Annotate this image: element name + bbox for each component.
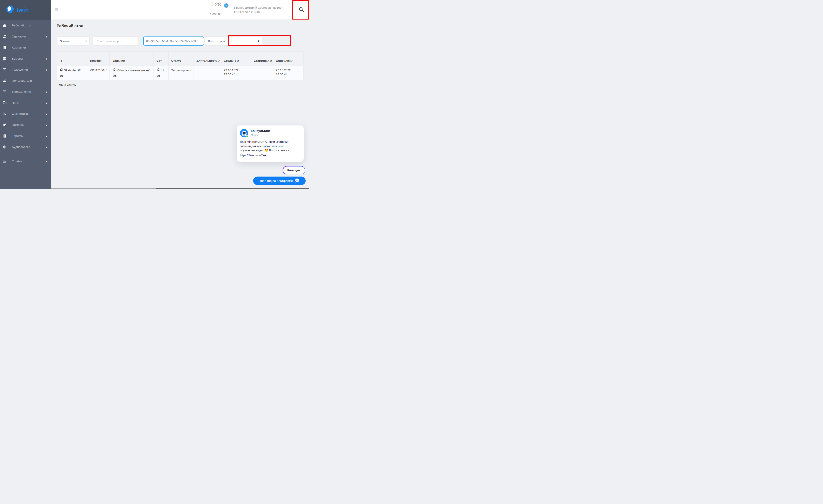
column-created[interactable]: Создано↓↑: [221, 51, 251, 65]
sidebar-item-users[interactable]: Пользователи: [0, 75, 51, 86]
view-details-button[interactable]: [113, 74, 151, 78]
content-divider: [51, 34, 309, 34]
dashboard-icon: [2, 24, 7, 27]
chevron-right-icon: ›: [45, 159, 47, 163]
sort-icon: ↓↑: [236, 59, 239, 62]
entity-type-select[interactable]: Звонки ▲▼: [57, 36, 90, 45]
sidebar-item-label: Сценарии: [12, 35, 45, 38]
guide-button-label: Твой гид по платформе: [260, 179, 293, 183]
sidebar: twin Рабочий стол Сценарии › Компании: [0, 0, 51, 189]
sidebar-item-companies[interactable]: Компании: [0, 42, 51, 53]
cell-status: Запланирован: [168, 65, 194, 80]
sidebar-item-help[interactable]: Помощь ›: [0, 119, 51, 130]
copy-icon[interactable]: [156, 68, 160, 72]
sidebar-divider: [2, 154, 48, 154]
sidebar-item-audioparser[interactable]: Аудиопарсер ›: [0, 141, 51, 153]
cell-updated: 23.10.2022 18:05:44: [273, 65, 304, 80]
phone-square-icon: [2, 68, 7, 71]
calculator-icon: [2, 134, 7, 138]
consultant-chat-widget: twin Консультант Online × Наш обаятельны…: [236, 126, 304, 162]
horizontal-scrollbar-thumb[interactable]: [156, 188, 309, 189]
close-icon: ×: [298, 128, 300, 133]
column-bot: Бот: [154, 51, 168, 65]
user-name: Иванов Дмитрий Сергеевич (t3159): [234, 6, 293, 10]
eye-icon: [113, 74, 116, 77]
search-query-input[interactable]: [93, 37, 138, 45]
envelope-icon: [2, 90, 7, 93]
sidebar-item-label: Тарифы: [12, 134, 45, 138]
uuid-filter-wrap: [143, 36, 205, 46]
calls-table: Id Телефон Задание Бот Статус Длительнос…: [57, 51, 304, 80]
report-chart-icon: [2, 160, 7, 163]
status-value: Все статусы: [208, 39, 225, 43]
brand-logo[interactable]: twin: [0, 0, 51, 20]
search-icon: [299, 7, 304, 12]
twin-head-icon: [6, 5, 14, 15]
cell-task: Обзвон клиентов (июнь): [110, 65, 154, 80]
chat-close-button[interactable]: ×: [298, 129, 300, 132]
chevron-right-icon: ›: [45, 57, 47, 60]
waveform-icon: [2, 145, 7, 149]
view-details-button[interactable]: [59, 74, 84, 78]
user-company: ООО "Твин" (1830): [234, 10, 293, 14]
copy-icon[interactable]: [113, 68, 116, 72]
horizontal-scrollbar[interactable]: [51, 188, 309, 189]
chevron-right-icon: ›: [45, 101, 47, 105]
hamburger-menu-button[interactable]: [55, 8, 58, 11]
chat-message: Наш обаятельный Андрей Цветошин записал …: [236, 137, 304, 157]
cell-bot: 11: [154, 65, 168, 80]
heart-eyes-emoji-icon: [265, 149, 268, 153]
user-info[interactable]: Иванов Дмитрий Сергеевич (t3159) ООО "Тв…: [234, 6, 293, 14]
table-header: Id Телефон Задание Бот Статус Длительнос…: [57, 51, 304, 65]
uuid-filter-input[interactable]: [143, 36, 204, 45]
brand-wordmark: twin: [16, 6, 29, 13]
building-icon: [2, 46, 7, 49]
sidebar-item-telephony[interactable]: Телефония ›: [0, 64, 51, 75]
bar-chart-icon: [2, 112, 7, 116]
balance-amount: 0.28: [207, 2, 224, 8]
status-select[interactable]: Все статусы ▲▼: [205, 36, 262, 45]
main-content: Рабочий стол Звонки ▲▼ Все статусы ▲▼ Id…: [51, 20, 309, 189]
sort-icon: ↓↑: [218, 59, 220, 62]
sidebar-item-label: Рабочий стол: [12, 24, 47, 27]
cell-started: [251, 65, 273, 80]
balance-dropdown-button[interactable]: [224, 3, 228, 8]
gears-icon: [2, 123, 7, 127]
view-details-button[interactable]: [156, 74, 166, 78]
commands-button-label: Команды: [287, 169, 300, 172]
chat-title: Консультант: [251, 129, 271, 133]
column-id: Id: [57, 51, 87, 65]
sidebar-item-notifications[interactable]: Уведомления ›: [0, 86, 51, 97]
sidebar-item-label: Телефония: [12, 68, 45, 71]
entity-type-value: Звонки: [60, 39, 69, 43]
column-duration[interactable]: Длительность↓↑: [194, 51, 221, 65]
filters-row: Звонки ▲▼ Все статусы ▲▼: [57, 36, 305, 47]
sidebar-item-label: Статистика: [12, 112, 45, 116]
topbar: 0.28 1 000.00 Иванов Дмитрий Сергеевич (…: [51, 0, 309, 20]
calendar-icon: [2, 57, 7, 60]
search-button[interactable]: [299, 7, 305, 13]
sidebar-item-calls[interactable]: Вызовы ›: [0, 53, 51, 64]
sidebar-item-label: Пользователи: [12, 79, 47, 82]
commands-button[interactable]: Команды: [283, 166, 305, 174]
chevron-right-icon: ›: [45, 145, 47, 149]
chat-bubble-icon: [295, 178, 299, 183]
sidebar-item-reports[interactable]: Отчёты ›: [0, 156, 51, 167]
sidebar-item-statistics[interactable]: Статистика ›: [0, 108, 51, 119]
users-icon: [2, 79, 7, 82]
sidebar-item-tariffs[interactable]: Тарифы ›: [0, 130, 51, 141]
table-row: 59a9b8eb3fff 79111715040 Обзвон клиентов…: [57, 65, 304, 80]
platform-guide-button[interactable]: Твой гид по платформе: [253, 177, 306, 185]
copy-icon[interactable]: [59, 68, 63, 72]
column-started[interactable]: Стартовал↓↑: [251, 51, 273, 65]
chevron-down-icon: [225, 5, 227, 6]
sidebar-item-label: Помощь: [12, 123, 45, 127]
chevron-right-icon: ›: [45, 112, 47, 116]
sidebar-item-scenarios[interactable]: Сценарии ›: [0, 31, 51, 42]
page-title: Рабочий стол: [57, 24, 83, 28]
svg-text:twin: twin: [243, 135, 245, 136]
column-updated[interactable]: Обновлен↓↑: [273, 51, 304, 65]
sidebar-item-chats[interactable]: Чаты ›: [0, 97, 51, 108]
cell-id: 59a9b8eb3fff: [57, 65, 87, 80]
sidebar-item-dashboard[interactable]: Рабочий стол: [0, 20, 51, 31]
